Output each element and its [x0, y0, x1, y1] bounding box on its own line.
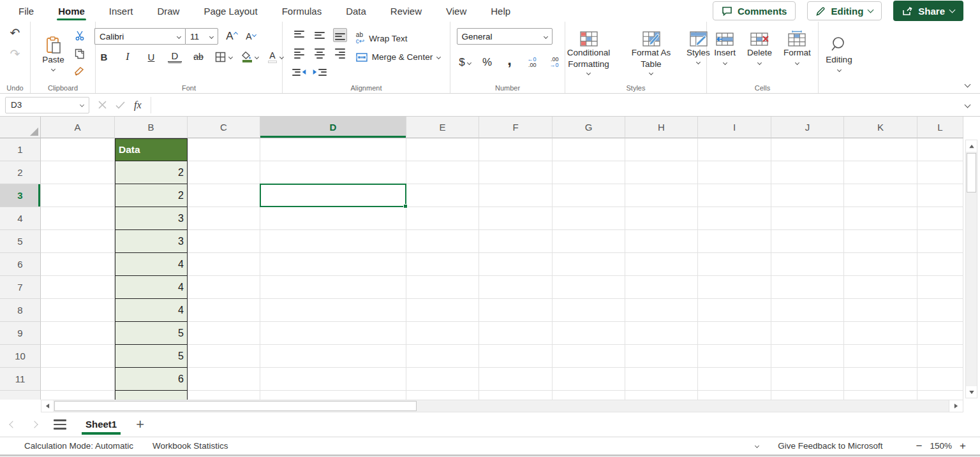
row-header-8[interactable]: 8 [0, 299, 41, 322]
cell-K12[interactable] [844, 391, 917, 400]
cell-G2[interactable] [553, 161, 625, 184]
cell-K2[interactable] [844, 161, 917, 184]
delete-cells-button[interactable]: Delete [744, 29, 775, 66]
cancel-icon[interactable] [98, 101, 107, 109]
cell-G5[interactable] [553, 230, 625, 253]
cell-J11[interactable] [771, 368, 844, 391]
select-all-corner[interactable] [0, 117, 41, 138]
undo-button[interactable]: ↶ [8, 25, 22, 40]
cell-B9[interactable]: 5 [115, 322, 188, 345]
cell-C4[interactable] [188, 207, 260, 230]
cell-B8[interactable]: 4 [115, 299, 188, 322]
comments-button[interactable]: Comments [713, 1, 796, 20]
selected-cell-outline[interactable] [260, 184, 406, 207]
previous-sheet-chevron-icon[interactable] [10, 422, 15, 427]
align-right-button[interactable] [333, 47, 347, 61]
cell-B3[interactable]: 2 [115, 184, 188, 207]
calculation-mode-status[interactable]: Calculation Mode: Automatic [24, 441, 133, 451]
cell-C12[interactable] [188, 391, 260, 400]
workbook-statistics-status[interactable]: Workbook Statistics [152, 441, 228, 451]
cell-L3[interactable] [917, 184, 963, 207]
cell-H3[interactable] [625, 184, 698, 207]
borders-button[interactable] [215, 50, 232, 64]
cell-A6[interactable] [41, 253, 115, 276]
column-header-K[interactable]: K [844, 117, 917, 138]
comma-style-button[interactable]: , [503, 51, 517, 74]
cell-I6[interactable] [698, 253, 771, 276]
row-header-10[interactable]: 10 [0, 345, 41, 368]
cell-D6[interactable] [260, 253, 406, 276]
row-header-12[interactable] [0, 391, 41, 400]
cell-I12[interactable] [698, 391, 771, 400]
cell-H11[interactable] [625, 368, 698, 391]
cell-G7[interactable] [553, 276, 625, 299]
cell-L5[interactable] [917, 230, 963, 253]
percent-style-button[interactable]: % [480, 55, 494, 69]
cell-H6[interactable] [625, 253, 698, 276]
cell-F10[interactable] [479, 345, 553, 368]
cell-I2[interactable] [698, 161, 771, 184]
cell-E5[interactable] [406, 230, 479, 253]
horizontal-scrollbar[interactable] [41, 400, 963, 412]
cell-H5[interactable] [625, 230, 698, 253]
row-header-3[interactable]: 3 [0, 184, 41, 207]
cell-C10[interactable] [188, 345, 260, 368]
bold-button[interactable]: B [97, 50, 111, 64]
font-name-select[interactable]: Calibri [94, 28, 185, 45]
font-color-button[interactable]: A [268, 50, 283, 64]
cell-E8[interactable] [406, 299, 479, 322]
cell-C3[interactable] [188, 184, 260, 207]
cell-A7[interactable] [41, 276, 115, 299]
cell-I9[interactable] [698, 322, 771, 345]
cell-F4[interactable] [479, 207, 553, 230]
cell-K6[interactable] [844, 253, 917, 276]
cell-G6[interactable] [553, 253, 625, 276]
column-header-H[interactable]: H [625, 117, 698, 138]
column-header-F[interactable]: F [479, 117, 553, 138]
cell-B4[interactable]: 3 [115, 207, 188, 230]
menu-insert[interactable]: Insert [100, 0, 142, 22]
cell-H1[interactable] [625, 138, 698, 161]
cell-L8[interactable] [917, 299, 963, 322]
font-size-select[interactable]: 11 [185, 28, 218, 45]
cell-F6[interactable] [479, 253, 553, 276]
cell-E10[interactable] [406, 345, 479, 368]
cell-L4[interactable] [917, 207, 963, 230]
cell-J8[interactable] [771, 299, 844, 322]
cell-E9[interactable] [406, 322, 479, 345]
cell-J9[interactable] [771, 322, 844, 345]
cell-I10[interactable] [698, 345, 771, 368]
menu-review[interactable]: Review [382, 0, 431, 22]
cell-H7[interactable] [625, 276, 698, 299]
underline-button[interactable]: U [144, 50, 158, 64]
fill-color-button[interactable] [242, 50, 258, 64]
row-header-6[interactable]: 6 [0, 253, 41, 276]
cell-F3[interactable] [479, 184, 553, 207]
insert-cells-button[interactable]: Insert [711, 29, 739, 66]
cell-A8[interactable] [41, 299, 115, 322]
cell-A12[interactable] [41, 391, 115, 400]
cell-C9[interactable] [188, 322, 260, 345]
align-top-button[interactable] [292, 28, 306, 42]
align-bottom-button-selected[interactable] [333, 28, 347, 42]
cell-C2[interactable] [188, 161, 260, 184]
decrease-indent-button[interactable] [292, 65, 306, 79]
formula-input[interactable] [151, 94, 965, 116]
align-middle-button[interactable] [313, 28, 327, 42]
cell-B5[interactable]: 3 [115, 230, 188, 253]
cell-A3[interactable] [41, 184, 115, 207]
conditional-formatting-button[interactable]: Conditional Formatting [556, 29, 622, 76]
menu-formulas[interactable]: Formulas [273, 0, 331, 22]
cut-button[interactable] [73, 29, 87, 43]
cell-H12[interactable] [625, 391, 698, 400]
cell-K8[interactable] [844, 299, 917, 322]
menu-view[interactable]: View [437, 0, 475, 22]
expand-formula-bar-chevron-icon[interactable] [965, 102, 971, 108]
cell-J10[interactable] [771, 345, 844, 368]
cell-K5[interactable] [844, 230, 917, 253]
paste-button[interactable]: Paste [39, 35, 68, 72]
cell-B6[interactable]: 4 [115, 253, 188, 276]
column-header-I[interactable]: I [698, 117, 771, 138]
menu-draw[interactable]: Draw [148, 0, 188, 22]
fill-handle[interactable] [403, 204, 408, 208]
